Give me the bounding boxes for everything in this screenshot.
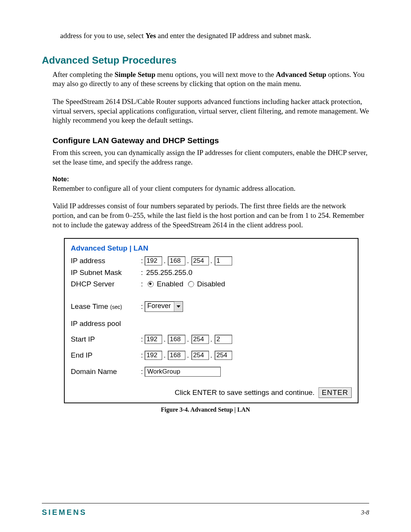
- brand-logo-text: SIEMENS: [42, 508, 87, 517]
- ip-address-octet-3[interactable]: [191, 256, 209, 265]
- row-end-ip: End IP : . . .: [71, 351, 352, 360]
- label-ip-address: IP address: [71, 257, 139, 265]
- colon: :: [139, 257, 145, 265]
- row-ip-pool: IP address pool: [71, 320, 352, 328]
- row-subnet-mask: IP Subnet Mask : 255.255.255.0: [71, 268, 352, 277]
- page-footer: SIEMENS 3-8: [42, 503, 369, 517]
- ip-address-octet-1[interactable]: [145, 256, 162, 265]
- colon: :: [139, 367, 145, 376]
- label-domain-name: Domain Name: [71, 367, 139, 376]
- dhcp-disabled-label: Disabled: [197, 280, 225, 288]
- intro1-prefix: After completing the: [53, 70, 115, 78]
- note-body: Remember to configure all of your client…: [53, 184, 369, 193]
- lead-prefix: address for you to use, select: [60, 32, 145, 40]
- colon: :: [139, 280, 145, 288]
- dot-separator: .: [210, 335, 213, 343]
- dot-separator: .: [164, 351, 166, 359]
- end-ip-octet-4[interactable]: [215, 351, 232, 360]
- dot-separator: .: [210, 351, 213, 359]
- row-ip-address: IP address : . . .: [71, 256, 352, 265]
- row-domain-name: Domain Name :: [71, 367, 352, 377]
- lease-time-value: Forever: [145, 302, 174, 312]
- dhcp-enabled-radio[interactable]: [148, 281, 154, 287]
- intro-paragraph-2: The SpeedStream 2614 DSL/Cable Router su…: [53, 97, 369, 125]
- lead-paragraph: address for you to use, select Yes and e…: [60, 31, 369, 41]
- body-paragraph-2: Valid IP addresses consist of four numbe…: [53, 201, 369, 230]
- colon: :: [139, 351, 145, 359]
- svg-marker-0: [177, 305, 180, 308]
- start-ip-octet-2[interactable]: [168, 335, 185, 344]
- label-ip-pool: IP address pool: [71, 320, 139, 328]
- dot-separator: .: [187, 335, 190, 343]
- save-hint-text: Click ENTER to save settings and continu…: [175, 388, 315, 397]
- lead-suffix: and enter the designated IP address and …: [156, 32, 311, 40]
- footer-rule: [42, 503, 369, 503]
- colon: :: [139, 335, 145, 343]
- label-end-ip: End IP: [71, 351, 139, 359]
- dot-separator: .: [187, 351, 190, 359]
- label-lease-time-text: Lease Time: [71, 302, 110, 310]
- row-dhcp-server: DHCP Server : Enabled Disabled: [71, 280, 352, 288]
- colon: :: [139, 302, 145, 311]
- intro1-mid: menu options, you will next move to the: [155, 70, 276, 78]
- label-start-ip: Start IP: [71, 335, 139, 343]
- label-subnet-mask: IP Subnet Mask: [71, 268, 139, 277]
- start-ip-octet-3[interactable]: [191, 335, 209, 344]
- row-lease-time: Lease Time (sec) : Forever: [71, 301, 352, 312]
- dhcp-disabled-radio[interactable]: [188, 281, 194, 287]
- dhcp-enabled-label: Enabled: [157, 280, 183, 288]
- end-ip-octet-2[interactable]: [168, 351, 185, 360]
- end-ip-octet-1[interactable]: [145, 351, 162, 360]
- label-lease-time: Lease Time (sec): [71, 302, 139, 311]
- colon: :: [139, 268, 145, 277]
- panel-title: Advanced Setup | LAN: [71, 244, 352, 252]
- dot-separator: .: [164, 257, 166, 265]
- subnet-mask-value: 255.255.255.0: [146, 268, 193, 277]
- dot-separator: .: [210, 257, 213, 265]
- dot-separator: .: [187, 257, 190, 265]
- ip-address-octet-4[interactable]: [215, 256, 232, 265]
- panel-footer: Click ENTER to save settings and continu…: [71, 387, 352, 398]
- page-number: 3-8: [361, 509, 369, 516]
- enter-button[interactable]: ENTER: [319, 387, 352, 398]
- heading-advanced-setup: Advanced Setup Procedures: [42, 54, 369, 66]
- chevron-down-icon: [174, 302, 183, 312]
- start-ip-octet-4[interactable]: [215, 335, 232, 344]
- row-start-ip: Start IP : . . .: [71, 335, 352, 344]
- end-ip-octet-3[interactable]: [191, 351, 209, 360]
- lan-settings-panel: Advanced Setup | LAN IP address : . . . …: [64, 238, 358, 403]
- intro1-bold1: Simple Setup: [115, 70, 155, 78]
- figure-caption: Figure 3-4. Advanced Setup | LAN: [42, 406, 369, 413]
- lead-bold: Yes: [145, 32, 156, 40]
- label-dhcp-server: DHCP Server: [71, 280, 139, 288]
- subheading-configure-lan: Configure LAN Gateway and DHCP Settings: [53, 136, 369, 145]
- note-label: Note:: [53, 176, 369, 183]
- label-lease-time-sub: (sec): [110, 304, 122, 310]
- body-paragraph-1: From this screen, you can dynamically as…: [53, 148, 369, 167]
- ip-address-octet-2[interactable]: [168, 256, 185, 265]
- intro-paragraph-1: After completing the Simple Setup menu o…: [53, 70, 369, 89]
- domain-name-input[interactable]: [145, 367, 221, 377]
- intro1-bold2: Advanced Setup: [276, 70, 327, 78]
- start-ip-octet-1[interactable]: [145, 335, 162, 344]
- lease-time-select[interactable]: Forever: [145, 301, 183, 312]
- dot-separator: .: [164, 335, 166, 343]
